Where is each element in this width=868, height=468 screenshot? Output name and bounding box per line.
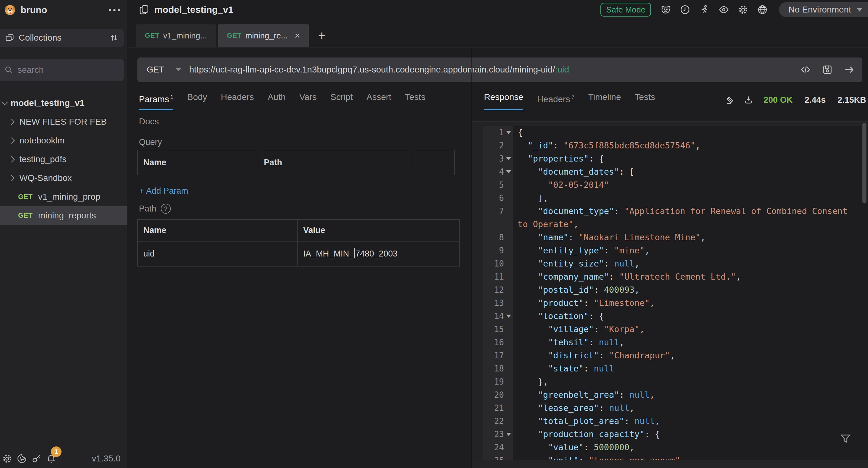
json-token-p: , — [629, 442, 634, 452]
line-number: 3 — [499, 152, 504, 165]
header-toolbar: Safe Mode No Environment — [600, 2, 868, 17]
line-number: 11 — [494, 270, 504, 283]
code-line: 24 "value": 5000000, — [483, 441, 868, 454]
response-size: 2.15KB — [837, 95, 866, 105]
scrollbar-thumb[interactable] — [862, 123, 866, 203]
code-line: 2 "_id": "673c5f885bdc85cd8de57546", — [483, 139, 868, 152]
path-param-name[interactable]: uid — [138, 241, 298, 266]
safe-mode-badge[interactable]: Safe Mode — [600, 3, 651, 17]
sidebar-item-v1-mining-prop[interactable]: GETv1_mining_prop — [0, 187, 127, 206]
save-icon[interactable] — [822, 64, 833, 75]
tab-assert[interactable]: Assert — [367, 92, 391, 110]
sidebar-item-notebooklm[interactable]: notebooklm — [0, 131, 127, 150]
tab-body[interactable]: Body — [187, 92, 207, 110]
globe-icon[interactable] — [757, 4, 768, 15]
tab-tests[interactable]: Tests — [405, 92, 425, 110]
sidebar-item-mining-reports[interactable]: GETmining_reports — [0, 206, 127, 225]
fold-caret-icon[interactable] — [504, 126, 513, 134]
sidebar-item-label: v1_mining_prop — [38, 192, 100, 202]
collections-label: Collections — [19, 33, 62, 43]
bell-icon[interactable]: 1 — [46, 453, 57, 464]
tab-headers[interactable]: Headers — [221, 92, 254, 110]
add-param-button[interactable]: + Add Param — [139, 186, 188, 196]
tab-count-badge: 7 — [571, 94, 575, 100]
send-request-icon[interactable] — [844, 64, 855, 75]
sidebar-header: bruno — [0, 0, 127, 20]
json-token-k: "lease_area" — [538, 403, 599, 413]
close-tab-icon[interactable]: × — [295, 30, 300, 41]
cookie-icon[interactable] — [17, 453, 27, 464]
code-text: "location": { — [513, 310, 858, 323]
code-text: "village": "Korpa", — [513, 323, 858, 336]
collections-header[interactable]: Collections — [0, 29, 124, 47]
tab-headers[interactable]: Headers7 — [537, 92, 575, 110]
preferences-gear-icon[interactable] — [2, 453, 12, 464]
tab-tests[interactable]: Tests — [635, 92, 655, 110]
response-body-viewer[interactable]: 1{2 "_id": "673c5f885bdc85cd8de57546",3 … — [472, 121, 868, 468]
new-tab-button[interactable]: + — [318, 24, 326, 47]
tab-response[interactable]: Response — [484, 92, 523, 110]
json-token-k: "state" — [548, 364, 584, 373]
url-input[interactable]: https://uct-rag-llm-api-ce-dev.1n3bupclg… — [189, 65, 789, 75]
history-clock-icon[interactable] — [680, 4, 690, 15]
dog-mascot-icon[interactable] — [660, 4, 671, 15]
filter-icon[interactable] — [839, 432, 852, 445]
download-response-icon[interactable] — [743, 95, 754, 105]
json-token-k: "district" — [548, 351, 599, 360]
sidebar-item-testing-pdfs[interactable]: testing_pdfs — [0, 150, 127, 169]
sidebar-item-new-files-for-feb[interactable]: NEW FILES FOR FEB — [0, 113, 127, 131]
json-token-p: , — [634, 285, 640, 295]
settings-gear-icon[interactable] — [738, 4, 748, 15]
line-number: 1 — [499, 126, 504, 139]
code-line: 21 "lease_area": null, — [483, 402, 868, 415]
eye-icon[interactable] — [718, 4, 729, 15]
tab-timeline[interactable]: Timeline — [588, 92, 621, 110]
code-snippet-icon[interactable] — [800, 64, 811, 75]
clear-response-icon[interactable] — [724, 95, 735, 105]
json-token-p: : — [553, 141, 564, 150]
gutter: 23 — [483, 428, 513, 441]
sidebar-item-model-testing-v1[interactable]: model_testing_v1 — [0, 94, 127, 113]
tab-auth[interactable]: Auth — [268, 92, 286, 110]
path-param-value[interactable]: IA_MH_MIN_7480_2003 — [298, 241, 459, 266]
tab-docs[interactable]: Docs — [139, 116, 159, 133]
search-input[interactable] — [17, 65, 112, 75]
code-line: 4 "document_dates": [ — [483, 165, 868, 178]
column-header-path: Path — [258, 150, 413, 175]
code-text: "value": 5000000, — [513, 441, 858, 454]
tab-vars[interactable]: Vars — [300, 92, 317, 110]
code-line: 10 "entity_size": null, — [483, 257, 868, 270]
json-token-p: : — [609, 272, 619, 282]
line-number: 24 — [494, 441, 504, 454]
method-select[interactable]: GET — [147, 65, 176, 75]
gutter: 7 — [483, 205, 513, 231]
runner-icon[interactable] — [699, 4, 710, 15]
tab-script[interactable]: Script — [330, 92, 353, 110]
request-tab-v1-mining-[interactable]: GETv1_mining... — [136, 24, 216, 47]
sidebar-menu-button[interactable] — [109, 9, 120, 11]
collections-tree: model_testing_v1NEW FILES FOR FEBnoteboo… — [0, 94, 127, 225]
sidebar-item-wq-sandbox[interactable]: WQ-Sandbox — [0, 169, 127, 187]
method-caret-icon[interactable] — [176, 68, 181, 71]
request-tab-mining-re-[interactable]: GETmining_re...× — [218, 24, 309, 47]
fold-caret-icon[interactable] — [504, 152, 513, 160]
search-box[interactable] — [0, 59, 124, 81]
help-icon[interactable]: ? — [161, 204, 171, 214]
fold-caret-icon[interactable] — [504, 428, 513, 436]
app-brand: bruno — [21, 5, 47, 15]
url-bar: GET https://uct-rag-llm-api-ce-dev.1n3bu… — [137, 57, 862, 82]
code-line: 23 "production_capacity": { — [483, 428, 868, 441]
json-token-k: "location" — [538, 311, 589, 321]
code-text: "02-05-2014" — [513, 178, 858, 192]
environment-selector[interactable]: No Environment — [779, 2, 868, 17]
json-token-p: : — [594, 285, 604, 295]
fold-caret-icon[interactable] — [504, 310, 513, 318]
code-text: "greenbelt_area": null, — [513, 388, 858, 402]
json-token-s: "Chandrapur" — [609, 351, 670, 360]
sort-icon[interactable] — [109, 33, 119, 42]
gutter: 18 — [483, 362, 513, 375]
tab-params[interactable]: Params1 — [139, 92, 173, 110]
key-icon[interactable] — [31, 453, 42, 464]
actions-column — [413, 150, 454, 175]
fold-caret-icon[interactable] — [504, 165, 513, 173]
